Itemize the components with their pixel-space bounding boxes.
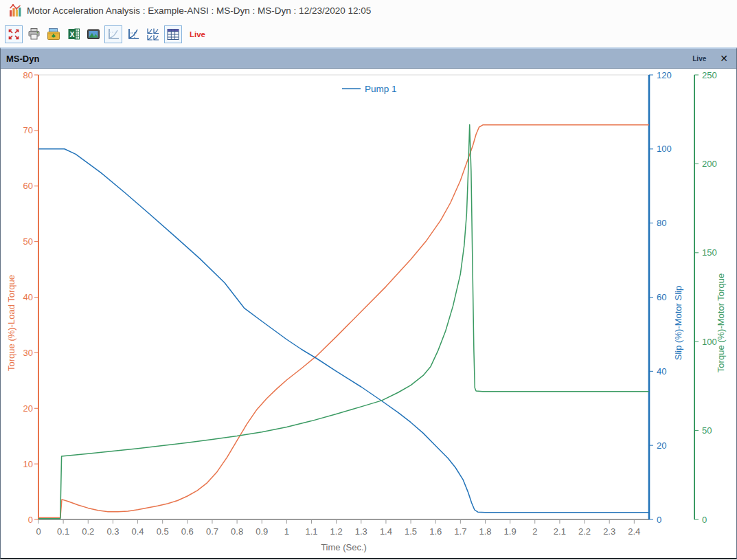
x-tick-label: 0.3 <box>106 526 119 537</box>
multi-plot-icon <box>146 27 160 41</box>
plot-view-button[interactable] <box>104 25 122 43</box>
y-tick-label: 250 <box>702 70 717 80</box>
export-package-button[interactable] <box>45 25 63 43</box>
series-load-torque <box>38 125 649 518</box>
y-tick-label: 20 <box>23 403 33 414</box>
print-icon <box>27 27 41 41</box>
x-tick-label: 1.7 <box>454 526 466 537</box>
y-tick-label: 10 <box>23 459 33 469</box>
x-tick-label: 0.8 <box>231 526 243 537</box>
y-tick-label: 150 <box>702 247 717 258</box>
multi-plot-button[interactable] <box>144 25 162 43</box>
y-tick-label: 0 <box>28 515 33 525</box>
y-tick-label: 60 <box>657 292 666 302</box>
y-tick-label: 20 <box>657 440 666 451</box>
y-axis-title: Slip (%)-Motor Slip <box>673 286 683 360</box>
x-tick-label: 0.5 <box>157 526 169 537</box>
y-tick-label: 70 <box>23 125 33 135</box>
series-motor-slip <box>38 149 649 513</box>
panel-title: MS-Dyn <box>6 54 692 64</box>
x-tick-label: 2 <box>532 526 537 537</box>
panel-header: MS-Dyn Live ✕ <box>1 49 736 69</box>
ms-dyn-window: MS-Dyn Live ✕ 00.10.20.30.40.50.60.70.80… <box>0 47 737 559</box>
fullscreen-icon <box>8 28 20 41</box>
x-tick-label: 0.6 <box>181 526 194 537</box>
x-tick-label: 1.8 <box>479 526 491 537</box>
x-tick-label: 1.4 <box>380 526 392 537</box>
x-tick-label: 1.9 <box>504 526 517 537</box>
x-tick-label: 0 <box>36 526 41 537</box>
y-axis-title: Torque (%)-Load Torque <box>6 275 16 371</box>
export-excel-button[interactable]: X <box>65 25 82 43</box>
y-tick-label: 30 <box>23 348 33 358</box>
y-tick-label: 0 <box>657 515 661 525</box>
panel-live-badge: Live <box>692 55 706 63</box>
window-title: Motor Acceleration Analysis : Example-AN… <box>27 5 371 16</box>
x-tick-label: 2.4 <box>628 526 640 537</box>
close-icon[interactable]: ✕ <box>720 54 728 63</box>
y-tick-label: 50 <box>702 425 712 436</box>
legend-label: Pump 1 <box>365 84 397 94</box>
y-tick-label: 100 <box>702 337 717 347</box>
x-tick-label: 0.4 <box>132 526 144 537</box>
x-tick-label: 0.9 <box>256 526 268 537</box>
x-axis-title: Time (Sec.) <box>321 542 367 552</box>
export-image-icon <box>87 27 100 41</box>
y-tick-label: 80 <box>23 70 33 80</box>
y-tick-label: 100 <box>657 144 672 154</box>
export-image-button[interactable] <box>84 25 102 43</box>
chart-panel: 00.10.20.30.40.50.60.70.80.911.11.21.31.… <box>1 69 736 558</box>
table-view-icon <box>166 27 180 41</box>
x-tick-label: 2.2 <box>578 526 591 537</box>
acceleration-chart: 00.10.20.30.40.50.60.70.80.911.11.21.31.… <box>1 69 736 558</box>
x-tick-label: 1.6 <box>429 526 442 537</box>
y-tick-label: 60 <box>23 181 33 191</box>
x-tick-label: 1 <box>284 526 289 537</box>
x-tick-label: 0.2 <box>82 526 94 537</box>
toolbar: X <box>0 21 737 47</box>
x-tick-label: 1.2 <box>330 526 343 537</box>
series-motor-torque <box>38 125 649 519</box>
toolbar-live-label: Live <box>190 30 205 38</box>
export-excel-icon: X <box>67 27 80 41</box>
table-view-button[interactable] <box>164 25 182 43</box>
x-tick-label: 1.5 <box>405 526 417 537</box>
y-tick-label: 0 <box>702 515 707 525</box>
plot-options-button[interactable] <box>124 25 142 43</box>
x-tick-label: 1.3 <box>355 526 367 537</box>
fullscreen-button[interactable] <box>5 25 23 43</box>
y-axis-title: Torque (%)-Motor Torque <box>716 273 726 372</box>
y-tick-label: 40 <box>23 292 33 302</box>
x-tick-label: 0.1 <box>57 526 69 537</box>
titlebar: Motor Acceleration Analysis : Example-AN… <box>0 0 737 21</box>
x-tick-label: 2.3 <box>603 526 615 537</box>
y-tick-label: 40 <box>657 366 666 377</box>
y-tick-label: 80 <box>657 218 666 228</box>
y-tick-label: 200 <box>702 159 717 169</box>
x-tick-label: 0.7 <box>206 526 218 537</box>
app-chart-icon <box>9 4 22 17</box>
y-tick-label: 50 <box>23 236 33 247</box>
plot-options-icon <box>126 27 140 41</box>
y-tick-label: 120 <box>657 70 672 80</box>
x-tick-label: 1.1 <box>305 526 317 537</box>
export-package-icon <box>47 27 60 41</box>
plot-view-icon <box>106 27 120 41</box>
svg-text:X: X <box>69 30 74 38</box>
print-button[interactable] <box>25 25 43 43</box>
x-tick-label: 2.1 <box>554 526 566 537</box>
